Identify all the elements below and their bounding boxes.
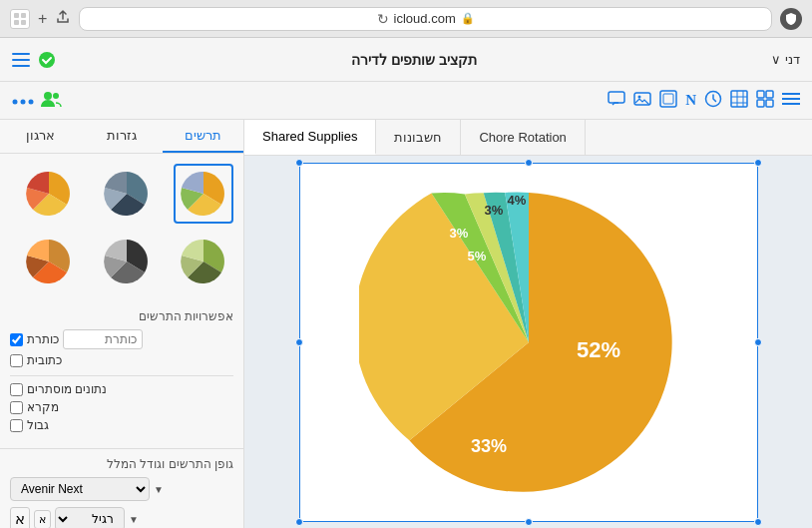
text-icon[interactable]: N xyxy=(685,92,696,109)
media-icon[interactable] xyxy=(633,91,651,111)
comment-icon[interactable] xyxy=(608,91,625,111)
chart-options-section: אפשרויות התרשים כותרת כתובית נתונים מוסת… xyxy=(0,301,243,444)
right-content: Shared Supplies חשבונות Chore Rotation xyxy=(244,120,812,528)
font-size-row: ▼ רגיל א א xyxy=(10,507,233,528)
chart-style-3[interactable] xyxy=(19,164,79,224)
svg-rect-16 xyxy=(660,91,676,107)
handle-top-middle[interactable] xyxy=(525,159,533,167)
app-container: תקציב שותפים לדירה דני ∨ N xyxy=(0,38,812,528)
shield-button[interactable] xyxy=(780,8,802,30)
chart-style-2[interactable] xyxy=(97,164,157,224)
svg-point-12 xyxy=(53,93,59,99)
svg-point-10 xyxy=(29,99,34,104)
browser-tab-icon xyxy=(10,9,30,29)
font-selector-row: ▼ Avenir Next xyxy=(10,477,233,501)
handle-bottom-middle[interactable] xyxy=(525,518,533,526)
second-toolbar-left xyxy=(12,90,62,112)
app-toolbar: תקציב שותפים לדירה דני ∨ xyxy=(0,38,812,82)
value-checkbox[interactable] xyxy=(10,401,23,414)
chart-style-1[interactable] xyxy=(174,164,233,224)
table-icon[interactable] xyxy=(730,90,748,112)
browser-chrome: + ↻ icloud.com 🔒 xyxy=(0,0,812,38)
svg-rect-1 xyxy=(21,13,26,18)
tab-shared-supplies[interactable]: Shared Supplies xyxy=(244,120,376,155)
handle-bottom-left[interactable] xyxy=(295,518,303,526)
font-section-title: גופן התרשים וגודל המלל xyxy=(10,457,233,471)
handle-middle-left[interactable] xyxy=(295,338,303,346)
data-names-checkbox[interactable] xyxy=(10,383,23,396)
menu-button[interactable] xyxy=(782,92,800,110)
new-tab-button[interactable]: + xyxy=(38,10,47,28)
svg-rect-2 xyxy=(14,20,19,25)
doc-name[interactable]: דני ∨ xyxy=(771,52,800,67)
svg-rect-6 xyxy=(12,65,30,67)
border-label: גבול xyxy=(27,418,49,432)
chart-styles-grid xyxy=(0,154,243,301)
handle-top-left[interactable] xyxy=(295,159,303,167)
svg-rect-17 xyxy=(663,94,673,104)
svg-text:3%: 3% xyxy=(484,203,503,218)
legend-checkbox[interactable] xyxy=(10,354,23,367)
app-title: תקציב שותפים לדירה xyxy=(351,52,477,68)
style-arrow-icon: ▼ xyxy=(129,514,139,525)
share-button[interactable] xyxy=(55,9,71,28)
svg-rect-4 xyxy=(12,53,30,55)
options-title: אפשרויות התרשים xyxy=(10,309,233,323)
address-bar[interactable]: ↻ icloud.com 🔒 xyxy=(79,7,772,31)
legend-label: כתובית xyxy=(27,353,62,367)
svg-rect-24 xyxy=(757,91,764,98)
left-panel: תרשים גזרות ארגון xyxy=(0,120,244,528)
handle-bottom-right[interactable] xyxy=(754,518,762,526)
svg-text:33%: 33% xyxy=(470,436,506,456)
font-arrow-icon: ▼ xyxy=(154,484,164,495)
tab-format[interactable]: גזרות xyxy=(81,120,162,153)
reload-icon: ↻ xyxy=(377,11,389,27)
collaborator-button[interactable] xyxy=(40,90,62,112)
handle-top-right[interactable] xyxy=(754,159,762,167)
font-select[interactable]: Avenir Next xyxy=(10,477,150,501)
svg-rect-26 xyxy=(757,100,764,107)
second-toolbar: N xyxy=(0,82,812,120)
shape-icon[interactable] xyxy=(659,90,677,112)
title-checkbox[interactable] xyxy=(10,333,23,346)
second-toolbar-right: N xyxy=(608,90,800,112)
clock-icon[interactable] xyxy=(704,90,722,112)
legend-option-row: כתובית xyxy=(10,353,233,367)
format-button[interactable] xyxy=(38,51,56,69)
sidebar-toggle-button[interactable] xyxy=(12,53,30,67)
svg-point-7 xyxy=(39,52,55,68)
border-row: גבול xyxy=(10,418,233,432)
chart-style-4[interactable] xyxy=(174,232,233,291)
value-label: מקרא xyxy=(27,400,59,414)
font-style-select[interactable]: רגיל xyxy=(55,507,125,528)
svg-rect-25 xyxy=(766,91,773,98)
toolbar-left xyxy=(12,51,56,69)
canvas-area: 52% 33% 5% 3% 3% 4% xyxy=(244,156,812,528)
title-label: כותרת xyxy=(27,332,59,346)
svg-rect-13 xyxy=(609,92,624,103)
svg-rect-5 xyxy=(12,59,30,61)
tab-chore-rotation[interactable]: Chore Rotation xyxy=(461,120,585,155)
tab-charts[interactable]: תרשים xyxy=(163,120,243,153)
svg-rect-0 xyxy=(14,13,19,18)
svg-text:5%: 5% xyxy=(467,249,486,264)
font-size-small: א xyxy=(34,510,51,529)
sheet-tabs-area: Shared Supplies חשבונות Chore Rotation xyxy=(244,120,812,156)
address-text: icloud.com xyxy=(394,11,456,26)
chart-container[interactable]: 52% 33% 5% 3% 3% 4% xyxy=(299,163,758,522)
font-size-large: א xyxy=(10,507,30,528)
border-checkbox[interactable] xyxy=(10,419,23,432)
svg-point-15 xyxy=(638,95,641,98)
tab-arrange[interactable]: ארגון xyxy=(0,120,81,153)
svg-rect-27 xyxy=(766,100,773,107)
chart-style-6[interactable] xyxy=(19,232,79,291)
svg-text:52%: 52% xyxy=(576,337,619,362)
data-names-label: נתונים מוסתרים xyxy=(27,382,107,396)
view-grid-button[interactable] xyxy=(756,90,774,112)
tab-accounts[interactable]: חשבונות xyxy=(376,120,461,155)
title-input[interactable] xyxy=(63,329,143,349)
panel-tabs: תרשים גזרות ארגון xyxy=(0,120,243,154)
more-options-button[interactable] xyxy=(12,92,34,110)
handle-middle-right[interactable] xyxy=(754,338,762,346)
chart-style-5[interactable] xyxy=(97,232,157,291)
